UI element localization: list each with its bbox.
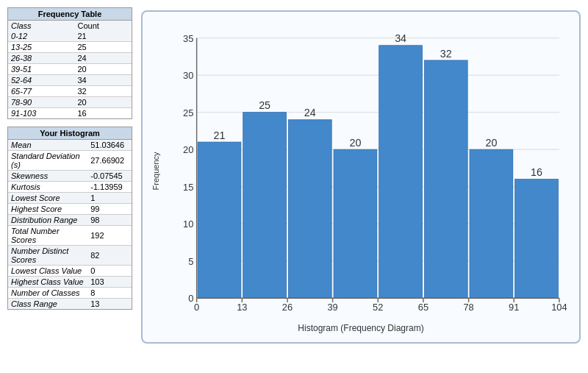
svg-text:20: 20 (485, 137, 497, 149)
stats-label: Mean (8, 140, 87, 151)
stats-label: Lowest Score (8, 193, 87, 204)
svg-text:32: 32 (440, 48, 452, 60)
chart-content: 0510152025303521252420343220160132639526… (163, 19, 572, 323)
freq-count: 25 (74, 42, 132, 53)
stats-row: Lowest Score1 (8, 193, 132, 204)
stats-value: 82 (87, 246, 132, 266)
freq-col-class: Class (8, 21, 74, 31)
freq-row: 0-1221 (8, 31, 132, 42)
svg-text:25: 25 (183, 107, 193, 118)
freq-class: 39-51 (8, 64, 74, 75)
stats-label: Class Range (8, 299, 87, 310)
frequency-table-title: Frequency Table (8, 8, 132, 21)
freq-count: 32 (74, 86, 132, 97)
stats-label: Highest Score (8, 204, 87, 215)
stats-table-title: Your Histogram (8, 127, 132, 140)
stats-value: 192 (87, 226, 132, 246)
chart-panel: Frequency 051015202530352125242034322016… (141, 10, 581, 344)
svg-text:65: 65 (418, 302, 429, 313)
stats-row: Class Range13 (8, 299, 132, 310)
stats-row: Distribution Range98 (8, 215, 132, 226)
freq-class: 91-103 (8, 108, 74, 119)
svg-text:0: 0 (188, 293, 193, 304)
svg-text:20: 20 (349, 137, 361, 149)
stats-table-container: Your Histogram Mean51.03646Standard Devi… (7, 127, 132, 310)
stats-label: Number of Classes (8, 288, 87, 299)
stats-row: Highest Class Value103 (8, 277, 132, 288)
chart-area: Frequency 051015202530352125242034322016… (150, 19, 572, 323)
stats-table: Mean51.03646Standard Deviation (s)27.669… (8, 140, 132, 309)
stats-row: Number Distinct Scores82 (8, 246, 132, 266)
svg-rect-20 (288, 120, 331, 298)
freq-count: 20 (74, 97, 132, 108)
stats-label: Distribution Range (8, 215, 87, 226)
stats-label: Lowest Class Value (8, 266, 87, 277)
freq-row: 39-5120 (8, 64, 132, 75)
freq-count: 20 (74, 64, 132, 75)
freq-row: 26-3824 (8, 53, 132, 64)
stats-row: Standard Deviation (s)27.66902 (8, 151, 132, 171)
svg-text:25: 25 (259, 99, 270, 111)
svg-text:78: 78 (463, 302, 473, 313)
stats-value: -1.13959 (87, 182, 132, 193)
stats-value: 1 (87, 193, 132, 204)
svg-text:26: 26 (282, 302, 293, 313)
stats-value: 51.03646 (87, 140, 132, 151)
freq-count: 21 (74, 31, 132, 42)
stats-label: Total Number Scores (8, 226, 87, 246)
freq-class: 13-25 (8, 42, 74, 53)
stats-row: Kurtosis-1.13959 (8, 182, 132, 193)
chart-title: Histogram (Frequency Diagram) (298, 323, 423, 333)
svg-rect-28 (470, 149, 513, 298)
svg-text:0: 0 (194, 302, 199, 313)
freq-class: 65-77 (8, 86, 74, 97)
stats-row: Number of Classes8 (8, 288, 132, 299)
svg-text:34: 34 (395, 32, 406, 44)
svg-text:52: 52 (373, 302, 383, 313)
freq-count: 16 (74, 108, 132, 119)
freq-row: 65-7732 (8, 86, 132, 97)
svg-rect-30 (515, 180, 559, 299)
stats-value: 103 (87, 277, 132, 288)
histogram-svg: 0510152025303521252420343220160132639526… (163, 19, 572, 323)
svg-rect-22 (334, 149, 377, 298)
svg-text:39: 39 (327, 302, 337, 313)
svg-text:5: 5 (188, 256, 193, 267)
svg-rect-18 (243, 113, 287, 299)
freq-count: 24 (74, 53, 132, 64)
freq-row: 91-10316 (8, 108, 132, 119)
freq-class: 26-38 (8, 53, 74, 64)
svg-text:15: 15 (183, 182, 193, 193)
svg-text:10: 10 (183, 219, 193, 230)
svg-text:30: 30 (183, 70, 193, 81)
frequency-table: Class Count 0-122113-252526-382439-51205… (8, 21, 132, 118)
stats-value: 13 (87, 299, 132, 310)
frequency-table-container: Frequency Table Class Count 0-122113-252… (7, 7, 132, 119)
freq-header-row: Class Count (8, 21, 132, 31)
stats-row: Skewness-0.07545 (8, 171, 132, 182)
svg-rect-24 (379, 46, 423, 298)
svg-text:16: 16 (531, 166, 542, 178)
stats-value: 27.66902 (87, 151, 132, 171)
stats-value: 99 (87, 204, 132, 215)
freq-col-count: Count (74, 21, 132, 31)
y-axis-label: Frequency (150, 19, 162, 323)
stats-row: Total Number Scores192 (8, 226, 132, 246)
stats-value: 8 (87, 288, 132, 299)
freq-class: 0-12 (8, 31, 74, 42)
svg-text:104: 104 (551, 302, 567, 313)
freq-class: 78-90 (8, 97, 74, 108)
stats-row: Mean51.03646 (8, 140, 132, 151)
freq-row: 52-6434 (8, 75, 132, 86)
freq-row: 13-2525 (8, 42, 132, 53)
stats-value: -0.07545 (87, 171, 132, 182)
svg-text:21: 21 (214, 129, 226, 141)
stats-label: Highest Class Value (8, 277, 87, 288)
freq-class: 52-64 (8, 75, 74, 86)
svg-rect-16 (198, 142, 241, 298)
svg-text:35: 35 (183, 33, 193, 44)
svg-text:24: 24 (304, 107, 316, 118)
stats-label: Kurtosis (8, 182, 87, 193)
svg-text:20: 20 (183, 144, 193, 155)
stats-label: Skewness (8, 171, 87, 182)
